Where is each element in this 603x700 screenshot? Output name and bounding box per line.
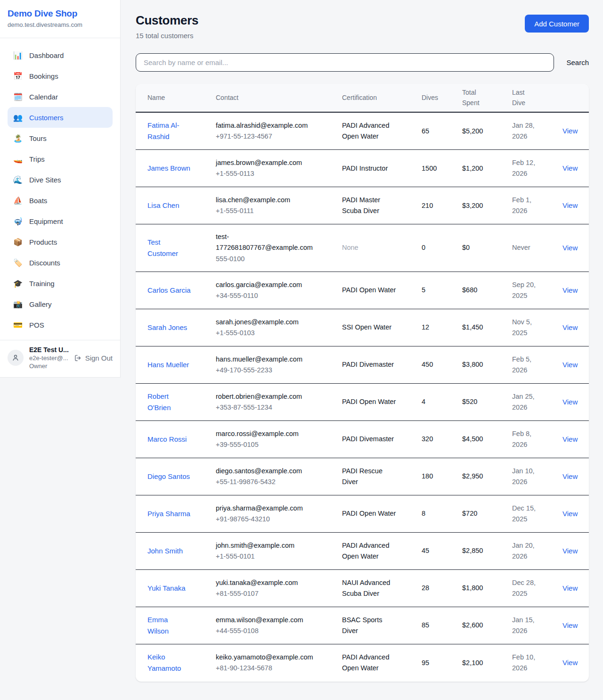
sidebar-item-gallery[interactable]: 📸 Gallery — [8, 294, 113, 314]
table-row: Diego Santos diego.santos@example.com +5… — [136, 458, 589, 495]
view-link[interactable]: View — [562, 398, 578, 406]
customer-total-spent: $2,100 — [462, 644, 512, 682]
search-button[interactable]: Search — [554, 58, 589, 66]
customer-email: carlos.garcia@example.com — [216, 280, 316, 290]
view-link[interactable]: View — [562, 584, 578, 592]
sidebar-item-discounts[interactable]: 🏷️ Discounts — [8, 252, 113, 273]
customer-total-spent: $3,800 — [462, 346, 512, 383]
search-input[interactable] — [136, 53, 554, 72]
customer-dives: 95 — [422, 644, 462, 682]
customer-name-link[interactable]: Emma Wilson — [147, 627, 191, 635]
sign-out-label: Sign Out — [85, 354, 113, 362]
customer-name-link[interactable]: Lisa Chen — [147, 201, 179, 209]
view-link[interactable]: View — [562, 127, 578, 135]
customer-certification: PADI Advanced Open Water — [342, 652, 398, 674]
customer-total-spent: $3,200 — [462, 187, 512, 224]
customer-last-dive: Never — [512, 242, 530, 253]
customer-email: marco.rossi@example.com — [216, 428, 316, 439]
customer-dives: 450 — [422, 346, 462, 383]
customer-certification: PADI Rescue Diver — [342, 466, 398, 487]
sidebar-item-dive-sites[interactable]: 🌊 Dive Sites — [8, 169, 113, 190]
customer-name-link[interactable]: Sarah Jones — [147, 323, 187, 331]
sidebar-item-label: Calendar — [29, 93, 58, 101]
trips-icon: 🚤 — [13, 155, 23, 164]
customer-phone: +55-11-99876-5432 — [216, 477, 316, 487]
customer-name-link[interactable]: Fatima Al-Rashid — [147, 132, 191, 140]
sidebar-item-label: Customers — [29, 114, 64, 122]
customer-last-dive: Feb 10, 2026 — [512, 652, 541, 674]
customer-total-spent: $2,950 — [462, 458, 512, 495]
view-link[interactable]: View — [562, 547, 578, 555]
view-link[interactable]: View — [562, 659, 578, 667]
customer-phone: +81-555-0107 — [216, 588, 316, 599]
table-row: Hans Mueller hans.mueller@example.com +4… — [136, 346, 589, 383]
view-link[interactable]: View — [562, 286, 578, 294]
sidebar-item-customers[interactable]: 👥 Customers — [8, 107, 113, 128]
sidebar-item-boats[interactable]: ⛵ Boats — [8, 190, 113, 211]
sidebar-item-label: Dive Sites — [29, 176, 61, 184]
sidebar-item-training[interactable]: 🎓 Training — [8, 273, 113, 294]
view-link[interactable]: View — [562, 510, 578, 518]
table-row: Emma Wilson emma.wilson@example.com +44-… — [136, 607, 589, 644]
view-link[interactable]: View — [562, 472, 578, 480]
view-link[interactable]: View — [562, 435, 578, 443]
view-link[interactable]: View — [562, 361, 578, 369]
column-header-dives: Dives — [422, 84, 462, 112]
customer-name-link[interactable]: Carlos Garcia — [147, 286, 191, 294]
customer-last-dive: Jan 15, 2026 — [512, 615, 541, 636]
customers-icon: 👥 — [13, 113, 23, 122]
customer-name-link[interactable]: Marco Rossi — [147, 435, 187, 443]
sidebar-item-tours[interactable]: 🏝️ Tours — [8, 128, 113, 148]
view-link[interactable]: View — [562, 164, 578, 172]
table-row: Priya Sharma priya.sharma@example.com +9… — [136, 495, 589, 532]
column-header-certification: Certification — [342, 84, 422, 112]
sidebar-item-label: Products — [29, 238, 57, 246]
main-content: Customers 15 total customers Add Custome… — [121, 0, 603, 698]
customer-name-link[interactable]: Hans Mueller — [147, 361, 189, 369]
table-header-row: NameContactCertificationDivesTotal Spent… — [136, 84, 589, 112]
sidebar-item-trips[interactable]: 🚤 Trips — [8, 148, 113, 169]
view-link[interactable]: View — [562, 323, 578, 331]
sidebar-item-equipment[interactable]: 🤿 Equipment — [8, 211, 113, 231]
sidebar-item-dashboard[interactable]: 📊 Dashboard — [8, 45, 113, 66]
customer-name-link[interactable]: Diego Santos — [147, 472, 190, 480]
add-customer-button[interactable]: Add Customer — [525, 15, 589, 33]
view-link[interactable]: View — [562, 244, 578, 252]
sidebar-item-label: Boats — [29, 197, 47, 205]
customer-certification: NAUI Advanced Scuba Diver — [342, 577, 398, 599]
customer-email: diego.santos@example.com — [216, 466, 316, 477]
customer-email: yuki.tanaka@example.com — [216, 577, 316, 588]
customer-email: sarah.jones@example.com — [216, 317, 316, 328]
customer-name-link[interactable]: Keiko Yamamoto — [147, 664, 191, 672]
sidebar-item-bookings[interactable]: 📅 Bookings — [8, 66, 113, 86]
customer-total-spent: $720 — [462, 495, 512, 532]
customer-total-spent: $520 — [462, 383, 512, 420]
table-row: Keiko Yamamoto keiko.yamamoto@example.co… — [136, 644, 589, 682]
customer-name-link[interactable]: Robert O'Brien — [147, 404, 191, 412]
person-icon — [11, 354, 20, 362]
view-link[interactable]: View — [562, 201, 578, 209]
sidebar-item-calendar[interactable]: 🗓️ Calendar — [8, 86, 113, 107]
customer-certification: PADI Open Water — [342, 396, 396, 407]
sidebar-item-products[interactable]: 📦 Products — [8, 231, 113, 252]
customer-name-link[interactable]: Yuki Tanaka — [147, 584, 186, 592]
customer-last-dive: Nov 5, 2025 — [512, 317, 541, 338]
customer-count: 15 total customers — [136, 32, 198, 40]
customer-certification: PADI Divemaster — [342, 359, 394, 370]
customer-name-link[interactable]: Test Customer — [147, 249, 191, 257]
customer-name-link[interactable]: John Smith — [147, 547, 183, 555]
column-header-contact: Contact — [216, 84, 342, 112]
customer-name-link[interactable]: Priya Sharma — [147, 510, 190, 518]
sign-out-button[interactable]: Sign Out — [74, 354, 113, 362]
customer-name-link[interactable]: James Brown — [147, 164, 190, 172]
customer-dives: 12 — [422, 309, 462, 346]
view-link[interactable]: View — [562, 621, 578, 629]
customer-email: john.smith@example.com — [216, 540, 316, 551]
customer-dives: 4 — [422, 383, 462, 420]
sidebar-item-label: Trips — [29, 155, 45, 163]
sidebar-item-label: Bookings — [29, 72, 58, 80]
customer-phone: 555-0100 — [216, 254, 316, 264]
customer-total-spent: $2,850 — [462, 532, 512, 569]
sidebar-item-pos[interactable]: 💳 POS — [8, 314, 113, 335]
sidebar-item-label: Discounts — [29, 259, 60, 267]
